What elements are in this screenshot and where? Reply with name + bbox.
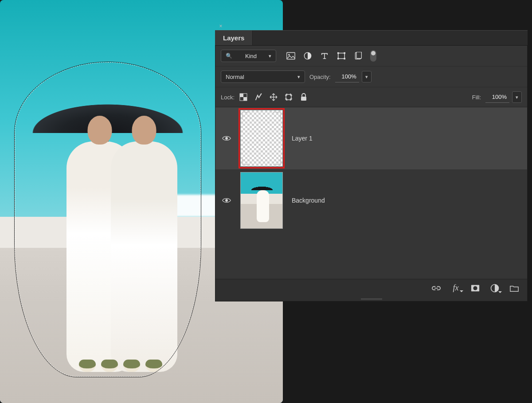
search-icon: 🔍 xyxy=(226,53,232,59)
svg-rect-0 xyxy=(287,53,295,59)
svg-rect-14 xyxy=(301,97,306,101)
svg-rect-9 xyxy=(356,52,361,59)
svg-rect-11 xyxy=(240,94,243,97)
type-icon[interactable] xyxy=(320,52,329,60)
svg-rect-5 xyxy=(344,52,345,54)
fill-value-input[interactable]: 100% xyxy=(485,91,509,103)
lock-fill-row: Lock: Fill: 1 xyxy=(215,87,527,107)
shape-icon[interactable] xyxy=(336,52,346,60)
lock-label: Lock: xyxy=(221,94,235,101)
filter-toggle-icon[interactable] xyxy=(370,50,376,62)
filter-kind-label: Kind xyxy=(245,53,257,59)
new-adjustment-layer-icon[interactable] xyxy=(490,283,500,293)
svg-rect-6 xyxy=(337,58,339,60)
smart-object-icon[interactable] xyxy=(353,52,363,60)
link-layers-icon[interactable] xyxy=(431,283,441,293)
fill-label: Fill: xyxy=(472,94,481,101)
layer-thumbnail[interactable] xyxy=(240,110,283,167)
layers-panel: × Layers 🔍 Kind ▾ xyxy=(215,22,528,301)
lock-all-icon[interactable] xyxy=(299,93,308,102)
chevron-down-icon: ▾ xyxy=(269,53,271,59)
svg-point-1 xyxy=(288,54,289,55)
fill-flyout-button[interactable]: ▾ xyxy=(512,91,522,103)
svg-point-18 xyxy=(473,286,477,290)
blend-mode-select[interactable]: Normal ▾ xyxy=(221,70,305,83)
layer-name-label[interactable]: Layer 1 xyxy=(292,135,313,142)
lock-position-icon[interactable] xyxy=(269,93,278,102)
new-group-icon[interactable] xyxy=(509,283,519,293)
adjustment-icon[interactable] xyxy=(303,52,313,60)
lock-image-pixels-icon[interactable] xyxy=(254,93,263,102)
blend-mode-value: Normal xyxy=(226,74,244,80)
layer-filter-kind-select[interactable]: 🔍 Kind ▾ xyxy=(221,50,276,62)
svg-rect-3 xyxy=(338,53,344,59)
panel-resize-grip[interactable] xyxy=(215,297,527,301)
chevron-down-icon: ▾ xyxy=(297,74,300,80)
layer-name-label[interactable]: Background xyxy=(292,197,325,204)
svg-rect-4 xyxy=(337,52,339,54)
visibility-toggle-icon[interactable] xyxy=(222,135,231,141)
layer-row[interactable]: Background xyxy=(215,169,527,231)
layer-thumbnail[interactable] xyxy=(240,172,283,229)
opacity-flyout-button[interactable]: ▾ xyxy=(362,71,372,82)
prevent-artboard-nesting-icon[interactable] xyxy=(284,93,293,102)
tab-layers[interactable]: Layers xyxy=(215,31,253,45)
panel-tab-row: Layers xyxy=(215,30,528,46)
layer-effects-icon[interactable]: fx xyxy=(451,283,461,293)
opacity-value-input[interactable]: 100% xyxy=(335,71,359,82)
panel-title-bar[interactable]: × xyxy=(215,22,528,30)
svg-rect-12 xyxy=(243,97,247,101)
visibility-toggle-icon[interactable] xyxy=(222,197,231,203)
opacity-label: Opacity: xyxy=(309,74,331,80)
layer-panel-footer: fx xyxy=(215,279,527,297)
svg-point-16 xyxy=(225,199,228,202)
svg-point-15 xyxy=(225,137,228,140)
close-icon[interactable]: × xyxy=(218,23,224,29)
layer-row[interactable]: Layer 1 xyxy=(215,107,527,169)
lock-transparent-pixels-icon[interactable] xyxy=(239,93,248,102)
svg-rect-7 xyxy=(344,58,345,60)
layer-list: Layer 1 Background xyxy=(215,107,527,279)
blend-opacity-row: Normal ▾ Opacity: 100% ▾ xyxy=(215,67,527,87)
layer-filter-row: 🔍 Kind ▾ xyxy=(215,46,527,67)
image-icon[interactable] xyxy=(286,52,296,60)
add-mask-icon[interactable] xyxy=(470,283,480,293)
